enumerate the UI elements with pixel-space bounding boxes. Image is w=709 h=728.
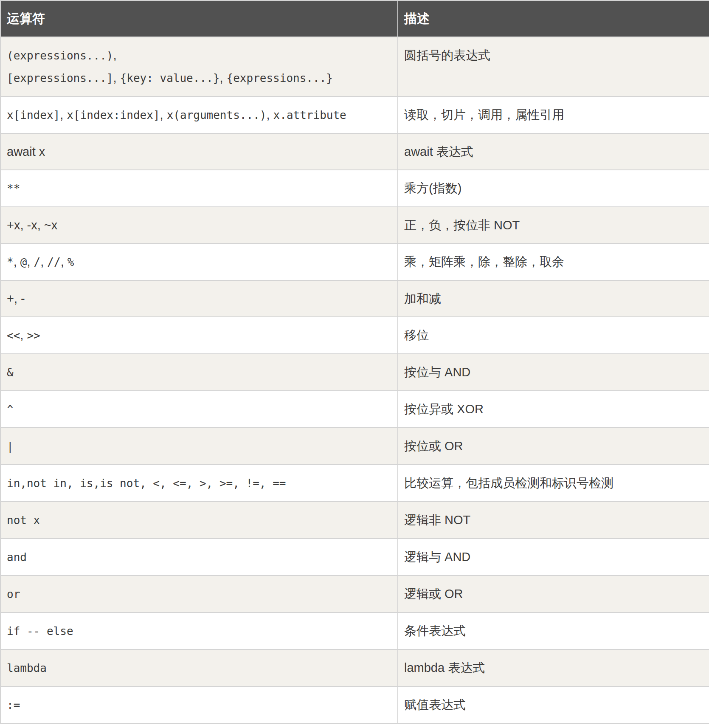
description-text: 乘方(指数) (404, 181, 461, 195)
table-row: +, -加和减 (0, 280, 709, 317)
operator-code: ^ (7, 403, 14, 416)
table-row: ^按位异或 XOR (0, 391, 709, 428)
description-text: lambda 表达式 (404, 661, 485, 674)
operator-line: +x, -x, ~x (7, 214, 391, 236)
operator-code: x[index:index] (67, 109, 160, 121)
operator-code: x.attribute (273, 109, 346, 121)
operator-line: +, - (7, 288, 391, 310)
operator-code: % (68, 256, 74, 268)
operator-line: ^ (7, 398, 391, 420)
table-row: +x, -x, ~x正，负，按位非 NOT (0, 207, 709, 243)
operator-cell: if -- else (0, 612, 398, 649)
operator-code: lambda (7, 662, 47, 674)
table-row: await xawait 表达式 (0, 133, 709, 170)
description-text: 按位异或 XOR (404, 402, 484, 416)
operator-code: or (7, 588, 20, 601)
operator-code: and (7, 551, 27, 564)
description-cell: 按位异或 XOR (398, 391, 709, 428)
description-text: 比较运算，包括成员检测和标识号检测 (404, 476, 613, 490)
description-text: 逻辑与 AND (404, 550, 470, 564)
description-cell: 赋值表达式 (398, 686, 709, 723)
operator-text: , (266, 108, 273, 121)
table-body: (expressions...),[expressions...], {key:… (0, 37, 709, 723)
operator-line: [expressions...], {key: value...}, {expr… (7, 67, 391, 89)
description-text: 赋值表达式 (404, 698, 466, 711)
description-cell: await 表达式 (398, 133, 709, 170)
operator-line: (expressions...), (7, 44, 391, 67)
operator-text: , (113, 71, 120, 85)
operator-cell: (expressions...),[expressions...], {key:… (0, 37, 398, 96)
description-cell: 圆括号的表达式 (398, 37, 709, 96)
operator-cell: +x, -x, ~x (0, 207, 398, 243)
description-text: 乘，矩阵乘，除，整除，取余 (404, 255, 564, 268)
description-cell: 逻辑或 OR (398, 576, 709, 612)
table-row: |按位或 OR (0, 428, 709, 465)
operator-code: | (7, 440, 14, 453)
operator-line: or (7, 583, 391, 605)
operator-cell: +, - (0, 280, 398, 317)
operator-cell: or (0, 576, 398, 612)
operator-cell: in,not in, is,is not, <, <=, >, >=, !=, … (0, 465, 398, 502)
description-cell: 按位与 AND (398, 354, 709, 391)
operator-precedence-table: 运算符 描述 (expressions...),[expressions...]… (0, 0, 709, 724)
operator-line: not x (7, 509, 391, 531)
operator-code: {key: value...} (120, 72, 220, 85)
operator-code: & (7, 366, 14, 379)
operator-line: <<, >> (7, 324, 391, 347)
operator-code: // (47, 256, 60, 268)
operator-cell: | (0, 428, 398, 465)
operator-text: , (20, 328, 27, 342)
table-row: :=赋值表达式 (0, 686, 709, 723)
description-cell: 按位或 OR (398, 428, 709, 465)
description-text: 逻辑或 OR (404, 587, 463, 601)
operator-code: := (7, 699, 20, 711)
description-text: 按位与 AND (404, 365, 470, 379)
table-row: x[index], x[index:index], x(arguments...… (0, 96, 709, 133)
table-header: 运算符 描述 (0, 0, 709, 37)
description-text: 读取，切片，调用，属性引用 (404, 108, 564, 121)
operator-text: , (113, 48, 116, 62)
operator-text: , (27, 255, 34, 268)
table-row: **乘方(指数) (0, 170, 709, 207)
operator-text: await x (7, 145, 45, 158)
description-text: 加和减 (404, 292, 441, 305)
operator-code: {expressions...} (227, 72, 333, 85)
operator-line: | (7, 435, 391, 457)
description-cell: 逻辑非 NOT (398, 502, 709, 539)
description-cell: 移位 (398, 317, 709, 354)
operator-cell: <<, >> (0, 317, 398, 354)
operator-text: , (14, 255, 20, 268)
header-row: 运算符 描述 (0, 0, 709, 37)
operator-code: [expressions...] (7, 72, 113, 85)
description-cell: 条件表达式 (398, 612, 709, 649)
operator-code: ** (7, 182, 20, 195)
operator-line: await x (7, 141, 391, 163)
operator-line: := (7, 694, 391, 716)
operator-line: & (7, 361, 391, 384)
table-row: lambdalambda 表达式 (0, 649, 709, 686)
description-cell: 加和减 (398, 280, 709, 317)
operator-code: if -- else (7, 625, 73, 638)
description-cell: 乘方(指数) (398, 170, 709, 207)
table-row: &按位与 AND (0, 354, 709, 391)
table-row: if -- else条件表达式 (0, 612, 709, 649)
operator-cell: ^ (0, 391, 398, 428)
table-row: in,not in, is,is not, <, <=, >, >=, !=, … (0, 465, 709, 502)
operator-code: / (34, 256, 41, 268)
operator-text: , (160, 108, 167, 121)
operator-code: in,not in, is,is not, <, <=, >, >=, !=, … (7, 477, 286, 490)
table-row: not x逻辑非 NOT (0, 502, 709, 539)
description-cell: 乘，矩阵乘，除，整除，取余 (398, 243, 709, 280)
operator-code: (expressions...) (7, 49, 113, 62)
operator-line: if -- else (7, 620, 391, 642)
operator-cell: lambda (0, 649, 398, 686)
operator-cell: *, @, /, //, % (0, 243, 398, 280)
operator-cell: ** (0, 170, 398, 207)
operator-line: ** (7, 177, 391, 200)
operator-column-header: 运算符 (0, 0, 398, 37)
operator-text: +x, -x, ~x (7, 218, 57, 232)
operator-code: >> (27, 329, 40, 342)
operator-cell: x[index], x[index:index], x(arguments...… (0, 96, 398, 133)
description-column-header: 描述 (398, 0, 709, 37)
operator-cell: and (0, 539, 398, 576)
